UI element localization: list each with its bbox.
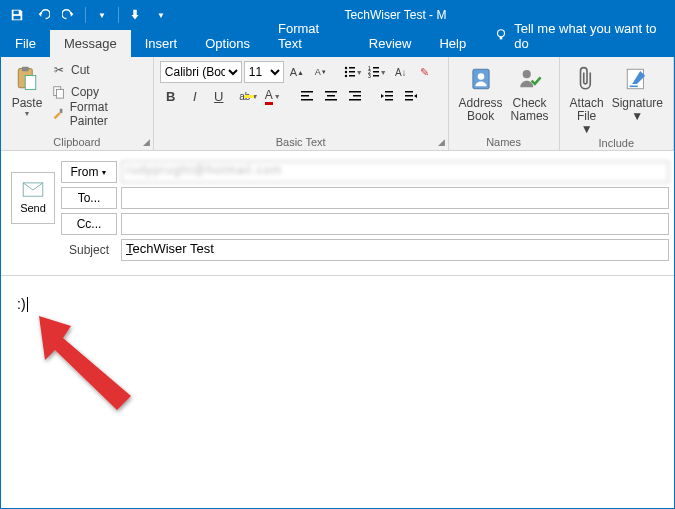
save-icon[interactable] (5, 3, 29, 27)
dropdown-caret-icon: ▼ (631, 110, 643, 123)
subject-label: Subject (61, 243, 117, 257)
svg-rect-0 (14, 11, 19, 15)
svg-rect-9 (60, 109, 63, 113)
qat-customize-icon[interactable]: ▼ (90, 3, 114, 27)
svg-rect-3 (500, 36, 503, 39)
bold-button[interactable]: B (160, 85, 182, 107)
cut-button[interactable]: ✂ Cut (47, 59, 147, 81)
svg-rect-35 (405, 95, 413, 97)
svg-rect-41 (630, 86, 638, 88)
paste-icon (11, 63, 43, 95)
font-color-button[interactable]: A▼ (262, 85, 284, 107)
clear-format-button[interactable]: ✎ (414, 61, 436, 83)
svg-rect-8 (56, 89, 63, 98)
attach-file-button[interactable]: Attach File▼ (566, 59, 608, 137)
svg-rect-5 (22, 67, 29, 71)
svg-marker-43 (39, 316, 131, 410)
svg-point-38 (477, 73, 484, 80)
svg-point-12 (345, 71, 347, 73)
indent-button[interactable] (400, 85, 422, 107)
svg-rect-21 (373, 75, 379, 77)
check-names-icon (514, 63, 546, 95)
compose-header: Send From▼ rudyprught@hotmail.com To... … (1, 151, 674, 263)
font-size-select[interactable]: 11 (244, 61, 284, 83)
check-names-button[interactable]: Check Names (507, 59, 553, 136)
address-book-button[interactable]: Address Book (455, 59, 507, 136)
tab-file[interactable]: File (1, 30, 50, 57)
bullet-list-button[interactable]: ▼ (342, 61, 364, 83)
copy-icon (51, 84, 67, 100)
svg-rect-27 (325, 99, 337, 101)
undo-icon[interactable] (31, 3, 55, 27)
lightbulb-icon (494, 28, 508, 45)
scissors-icon: ✂ (51, 62, 67, 78)
quick-access-toolbar: ▼ ▼ (1, 3, 177, 27)
outdent-button[interactable] (376, 85, 398, 107)
decrease-font-button[interactable]: A▼ (310, 61, 332, 83)
message-body[interactable]: :) (1, 275, 674, 509)
annotation-arrow-icon (31, 308, 151, 428)
paintbrush-icon (51, 106, 66, 122)
tab-options[interactable]: Options (191, 30, 264, 57)
italic-button[interactable]: I (184, 85, 206, 107)
group-names: Address Book Check Names Names (449, 57, 560, 150)
align-left-button[interactable] (296, 85, 318, 107)
svg-rect-24 (301, 99, 313, 101)
svg-text:3: 3 (368, 73, 371, 79)
redo-icon[interactable] (57, 3, 81, 27)
to-button[interactable]: To... (61, 187, 117, 209)
svg-rect-28 (349, 91, 361, 93)
tab-review[interactable]: Review (355, 30, 426, 57)
increase-font-button[interactable]: A▲ (286, 61, 308, 83)
svg-rect-19 (373, 71, 379, 73)
clipboard-launcher-icon[interactable]: ◢ (143, 137, 150, 147)
qat-dropdown-icon[interactable]: ▼ (149, 3, 173, 27)
format-painter-button[interactable]: Format Painter (47, 103, 147, 125)
tab-insert[interactable]: Insert (131, 30, 192, 57)
svg-rect-1 (14, 16, 21, 20)
ribbon: Paste ▼ ✂ Cut Copy Form (1, 57, 674, 151)
svg-point-2 (498, 29, 505, 36)
to-field[interactable] (121, 187, 669, 209)
tab-message[interactable]: Message (50, 30, 131, 57)
svg-point-14 (345, 75, 347, 77)
paste-button[interactable]: Paste ▼ (7, 59, 47, 136)
from-button[interactable]: From▼ (61, 161, 117, 183)
svg-rect-33 (385, 99, 393, 101)
svg-point-10 (345, 67, 347, 69)
font-family-select[interactable]: Calibri (Boc (160, 61, 242, 83)
number-list-button[interactable]: 123▼ (366, 61, 388, 83)
tab-help[interactable]: Help (425, 30, 480, 57)
basic-text-launcher-icon[interactable]: ◢ (438, 137, 445, 147)
svg-rect-11 (349, 67, 355, 69)
svg-rect-15 (349, 75, 355, 77)
tab-format-text[interactable]: Format Text (264, 15, 355, 57)
align-right-button[interactable] (344, 85, 366, 107)
underline-button[interactable]: U (208, 85, 230, 107)
svg-point-39 (522, 70, 530, 78)
svg-rect-6 (25, 76, 36, 90)
send-button[interactable]: Send (11, 172, 55, 224)
svg-rect-36 (405, 99, 413, 101)
cc-button[interactable]: Cc... (61, 213, 117, 235)
highlight-button[interactable]: ab▼ (238, 85, 260, 107)
text-cursor-icon (27, 297, 28, 312)
signature-button[interactable]: Signature ▼ (608, 59, 667, 137)
subject-field[interactable]: TechWiser Test (121, 239, 669, 261)
svg-rect-23 (301, 95, 309, 97)
sort-button[interactable]: A↓ (390, 61, 412, 83)
svg-rect-32 (385, 95, 393, 97)
svg-rect-30 (349, 99, 361, 101)
svg-rect-26 (327, 95, 335, 97)
svg-rect-17 (373, 67, 379, 69)
align-center-button[interactable] (320, 85, 342, 107)
svg-rect-31 (385, 91, 393, 93)
svg-rect-22 (301, 91, 313, 93)
cc-field[interactable] (121, 213, 669, 235)
address-book-icon (465, 63, 497, 95)
ribbon-tabs: File Message Insert Options Format Text … (1, 29, 674, 57)
tell-me-search[interactable]: Tell me what you want to do (480, 15, 674, 57)
dropdown-caret-icon: ▼ (24, 110, 31, 118)
touch-mode-icon[interactable] (123, 3, 147, 27)
signature-icon (621, 63, 653, 95)
